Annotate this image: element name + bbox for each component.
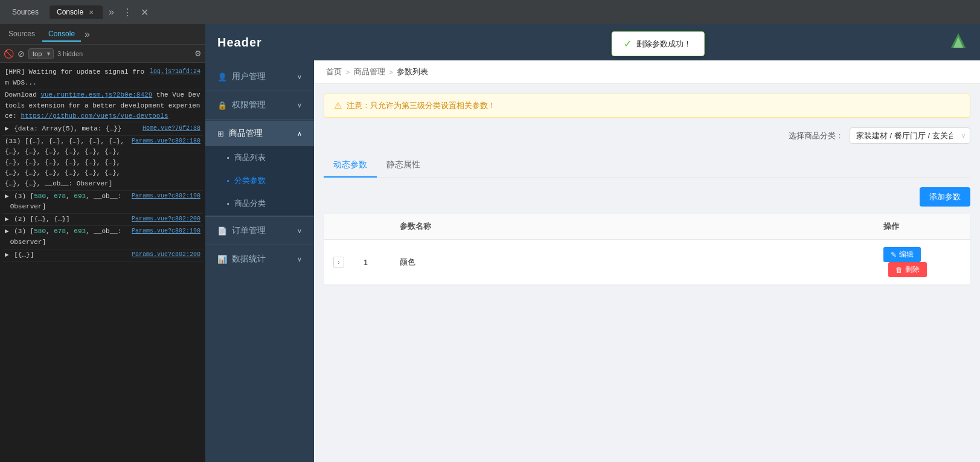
goods-mgmt-icon: ⊞ <box>217 129 224 138</box>
breadcrumb-goods[interactable]: 商品管理 <box>354 66 385 77</box>
devtools-sources-tab[interactable]: Sources <box>2 27 41 42</box>
user-mgmt-icon: 👤 <box>217 72 227 82</box>
row-name-cell: 颜色 <box>390 240 874 285</box>
goods-category-label: 商品分类 <box>234 198 266 209</box>
sidebar-item-perm-mgmt[interactable]: 🔒 权限管理 ∨ <box>205 92 314 118</box>
console-tab-label: Console <box>57 8 83 16</box>
chevron-down-icon: ∨ <box>297 227 302 235</box>
sidebar-user-mgmt-label: 用户管理 <box>232 71 292 82</box>
sources-tab-label: Sources <box>12 8 39 16</box>
goods-submenu: ▪ 商品列表 ▪ 分类参数 ▪ 商品分类 <box>205 146 314 215</box>
table-header-row: 参数名称 操作 <box>324 214 970 240</box>
sources-tab[interactable]: Sources <box>5 5 46 19</box>
params-tabs: 动态参数 静态属性 <box>324 153 970 178</box>
row-name: 颜色 <box>400 257 415 266</box>
log-line: ▶ (3) [580, 678, 693, __ob__: Observer] … <box>2 191 203 214</box>
add-param-button[interactable]: 添加参数 <box>920 187 970 207</box>
toast-notification: ✓ 删除参数成功！ <box>611 31 704 56</box>
app-body: 👤 用户管理 ∨ 🔒 权限管理 ∨ ⊞ 商品管理 ∧ <box>205 60 980 462</box>
breadcrumb-sep1: > <box>345 68 350 77</box>
category-params-icon: ▪ <box>227 177 229 184</box>
content-body: ⚠ 注意：只允许为第三级分类设置相关参数！ 选择商品分类： 家装建材 / 餐厅门… <box>314 84 980 462</box>
params-table: 参数名称 操作 › <box>324 214 970 284</box>
header-title: Header <box>217 36 262 50</box>
filter-label: 选择商品分类： <box>789 130 844 141</box>
settings-gear-icon[interactable]: ⚙ <box>194 49 202 58</box>
col-ops: 操作 <box>874 214 970 240</box>
sidebar-data-stats-label: 数据统计 <box>232 254 292 265</box>
chevron-down-icon: ∨ <box>297 73 302 81</box>
app-header: Header <box>205 24 980 60</box>
context-select[interactable]: top <box>28 48 54 59</box>
static-attrs-label: 静态属性 <box>386 159 420 169</box>
row-num-cell: 1 <box>354 240 390 285</box>
tab-static-attrs[interactable]: 静态属性 <box>377 153 430 178</box>
row-expand-cell: › <box>324 240 354 285</box>
col-num <box>354 214 390 240</box>
tab-dynamic-params[interactable]: 动态参数 <box>324 153 377 178</box>
breadcrumb: 首页 > 商品管理 > 参数列表 <box>314 60 980 84</box>
devtools-close[interactable]: ✕ <box>138 7 151 18</box>
main-content: 首页 > 商品管理 > 参数列表 ⚠ 注意：只允许为第三级分类设置相关参数！ 选… <box>314 60 980 462</box>
breadcrumb-home[interactable]: 首页 <box>326 66 342 77</box>
row-expand-button[interactable]: › <box>333 257 344 268</box>
sidebar-divider <box>205 91 314 91</box>
sidebar: 👤 用户管理 ∨ 🔒 权限管理 ∨ ⊞ 商品管理 ∧ <box>205 60 314 462</box>
table-row: › 1 颜色 ✎ <box>324 240 970 285</box>
row-num: 1 <box>363 258 368 267</box>
app-area: ✓ 删除参数成功！ Header 👤 用户管理 ∨ <box>205 24 980 462</box>
chevron-down-icon: ∨ <box>297 255 302 263</box>
delete-icon: 🗑 <box>895 266 903 274</box>
filter-icon[interactable]: ⊘ <box>18 49 25 59</box>
category-select[interactable]: 家装建材 / 餐厅门厅 / 玄关台 <box>850 127 970 144</box>
sidebar-item-goods-list[interactable]: ▪ 商品列表 <box>205 146 314 169</box>
goods-list-label: 商品列表 <box>234 152 266 163</box>
add-param-label: 添加参数 <box>929 191 961 202</box>
sidebar-divider <box>205 119 314 120</box>
filter-select-wrapper: 家装建材 / 餐厅门厅 / 玄关台 ∨ <box>850 127 970 144</box>
breadcrumb-current: 参数列表 <box>397 66 428 77</box>
goods-category-icon: ▪ <box>227 200 229 207</box>
toast-message: 删除参数成功！ <box>636 39 691 50</box>
delete-button[interactable]: 🗑 删除 <box>888 262 927 277</box>
toast-success-icon: ✓ <box>624 38 632 50</box>
sidebar-item-data-stats[interactable]: 📊 数据统计 ∨ <box>205 246 314 272</box>
sidebar-item-user-mgmt[interactable]: 👤 用户管理 ∨ <box>205 64 314 89</box>
console-tab[interactable]: Console ✕ <box>50 5 103 19</box>
dynamic-params-label: 动态参数 <box>333 159 367 169</box>
edit-label: 编辑 <box>899 249 914 260</box>
category-params-label: 分类参数 <box>234 175 266 186</box>
breadcrumb-sep2: > <box>389 68 394 77</box>
chevron-up-icon: ∧ <box>297 130 302 138</box>
edit-button[interactable]: ✎ 编辑 <box>883 247 921 262</box>
sidebar-item-category-params[interactable]: ▪ 分类参数 <box>205 169 314 192</box>
log-line: ▶ (2) [{…}, {…}] Params.vue?c802:200 <box>2 214 203 226</box>
filter-row: 选择商品分类： 家装建材 / 餐厅门厅 / 玄关台 ∨ <box>324 127 970 144</box>
sidebar-item-goods-mgmt[interactable]: ⊞ 商品管理 ∧ <box>205 121 314 146</box>
header-logo-icon <box>949 31 968 54</box>
sidebar-perm-mgmt-label: 权限管理 <box>232 100 292 111</box>
chevron-down-icon: ∨ <box>297 101 302 109</box>
log-line: ▶ {data: Array(5), meta: {…}} Home.vue?7… <box>2 123 203 136</box>
data-stats-icon: 📊 <box>217 255 227 264</box>
context-select-wrapper: top ▼ <box>28 48 54 59</box>
log-line: ▶ (3) [580, 678, 693, __ob__: Observer] … <box>2 226 203 249</box>
tabs-menu[interactable]: ⋮ <box>120 7 135 18</box>
warning-banner: ⚠ 注意：只允许为第三级分类设置相关参数！ <box>324 94 970 118</box>
log-line: ▶ [{…}] Params.vue?c802:200 <box>2 249 203 262</box>
devtools-panel: Sources Console » 🚫 ⊘ top ▼ 3 hidden ⚙ [… <box>0 24 205 462</box>
sidebar-item-order-mgmt[interactable]: 📄 订单管理 ∨ <box>205 218 314 243</box>
browser-bar: Sources Console ✕ » ⋮ ✕ <box>0 0 980 24</box>
sidebar-goods-mgmt-label: 商品管理 <box>229 128 292 139</box>
devtools-tab-more[interactable]: » <box>82 29 92 40</box>
clear-console-icon[interactable]: 🚫 <box>4 49 14 59</box>
console-tab-close[interactable]: ✕ <box>87 8 95 16</box>
row-ops-cell: ✎ 编辑 🗑 删除 <box>874 240 970 285</box>
devtools-console-tab[interactable]: Console <box>42 27 81 42</box>
sidebar-divider <box>205 216 314 217</box>
tabs-more[interactable]: » <box>106 7 117 18</box>
devtools-tabs: Sources Console » <box>0 24 205 45</box>
sidebar-item-goods-category[interactable]: ▪ 商品分类 <box>205 192 314 215</box>
col-expand <box>324 214 354 240</box>
warning-text: 注意：只允许为第三级分类设置相关参数！ <box>347 100 496 111</box>
